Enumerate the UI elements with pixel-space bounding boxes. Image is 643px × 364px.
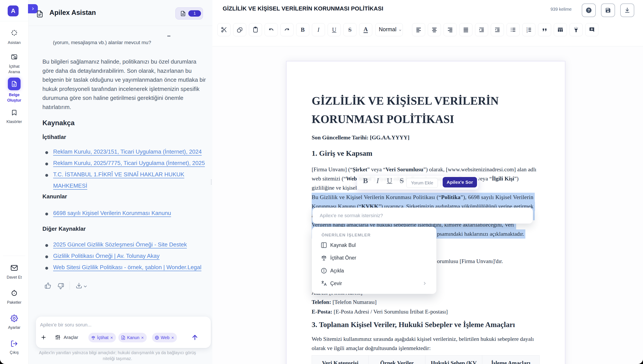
svg-text:?: ? <box>588 8 590 12</box>
svg-text:1: 1 <box>527 27 528 29</box>
svg-text:2: 2 <box>527 29 528 31</box>
svg-text:3: 3 <box>527 31 528 33</box>
